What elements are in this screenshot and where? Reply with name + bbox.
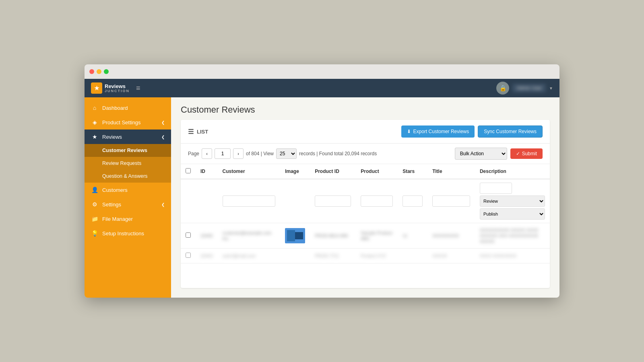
row-product-id: PROD-8814-999 <box>310 223 356 249</box>
sidebar-item-customers[interactable]: 👤 Customers <box>85 183 171 197</box>
sidebar-item-file-manager[interactable]: 📁 File Manager <box>85 212 171 226</box>
export-button[interactable]: ⬇ Export Customer Reviews <box>401 125 475 138</box>
description-filter-input[interactable] <box>480 183 512 194</box>
star-icon: ★ <box>94 85 99 91</box>
pagination-left: Page ‹ › of 804 | View 25 50 100 <box>188 148 377 159</box>
close-button[interactable] <box>89 69 94 74</box>
row2-title: XXXXX <box>427 249 475 263</box>
sidebar-label-setup: Setup Instructions <box>102 230 144 237</box>
select-all-checkbox[interactable] <box>186 168 191 173</box>
sidebar-item-product-settings[interactable]: ◈ Product Settings ❮ <box>85 115 171 130</box>
nav-right: 🔒 Admin User ▼ <box>496 82 553 95</box>
titlebar <box>85 64 559 79</box>
row-title: XXXXXXXXX <box>427 223 475 249</box>
app-body: ★ Reviews junction ≡ 🔒 Admin User ▼ <box>85 79 559 298</box>
col-checkbox <box>181 164 196 179</box>
customer-filter-input[interactable] <box>223 195 276 207</box>
logo-text-sub: junction <box>105 89 130 93</box>
content-area: Customer Reviews ☰ LIST ⬇ Export <box>171 97 559 298</box>
export-label: Export Customer Reviews <box>413 129 469 134</box>
filter-title-cell <box>427 179 475 223</box>
stars-filter-input[interactable] <box>402 195 423 207</box>
page-title: Customer Reviews <box>171 97 559 120</box>
customer-reviews-label: Customer Reviews <box>102 148 147 153</box>
row-customer: customer@example.com Inc. <box>218 223 281 249</box>
sidebar-label-dashboard: Dashboard <box>102 105 128 111</box>
product-settings-icon: ◈ <box>91 119 98 125</box>
section-label: LIST <box>197 129 208 135</box>
sidebar: ⌂ Dashboard ◈ Product Settings ❮ ★ Revie… <box>85 97 171 298</box>
chevron-right-settings-icon: ❮ <box>161 202 165 207</box>
sidebar-sub-customer-reviews[interactable]: Customer Reviews <box>85 144 171 157</box>
filter-checkbox-cell <box>181 179 196 223</box>
toolbar-left: ☰ LIST <box>188 128 208 136</box>
svg-rect-1 <box>287 230 295 241</box>
main-layout: ⌂ Dashboard ◈ Product Settings ❮ ★ Revie… <box>85 97 559 298</box>
checkmark-icon: ✓ <box>516 151 520 156</box>
user-dropdown-arrow[interactable]: ▼ <box>549 86 553 90</box>
pagination-right: Bulk Action Delete Publish Unpublish ✓ S… <box>455 148 543 160</box>
toolbar-right: ⬇ Export Customer Reviews Sync Customer … <box>401 125 543 138</box>
row2-description: XXXX XXXXXXXX <box>475 249 550 263</box>
table-row: 10443 user2@mail.com PROD-7721 Product X… <box>181 249 550 263</box>
logo-icon: ★ <box>91 82 102 94</box>
product-id-filter-input[interactable] <box>315 195 351 207</box>
minimize-button[interactable] <box>97 69 101 74</box>
row2-customer: user2@mail.com <box>218 249 281 263</box>
title-filter-input[interactable] <box>432 195 470 207</box>
next-page-button[interactable]: › <box>233 148 244 159</box>
sidebar-label-product-settings: Product Settings <box>102 119 140 125</box>
sidebar-label-settings: Settings <box>102 202 121 208</box>
pagination-bar: Page ‹ › of 804 | View 25 50 100 <box>181 144 550 164</box>
sidebar-item-settings[interactable]: ⚙ Settings ❮ <box>85 197 171 212</box>
content-panel: ☰ LIST ⬇ Export Customer Reviews Sync Cu… <box>181 120 550 288</box>
col-description: Description <box>475 164 550 179</box>
col-stars: Stars <box>398 164 427 179</box>
row-product: Sample Product ABC <box>356 223 398 249</box>
review-requests-label: Review Requests <box>102 160 141 166</box>
page-number-input[interactable] <box>215 148 231 159</box>
hamburger-button[interactable]: ≡ <box>136 84 140 93</box>
submit-label: Submit <box>522 151 537 156</box>
user-avatar: 🔒 <box>496 82 509 95</box>
publish-filter-select[interactable]: Publish All <box>480 208 545 220</box>
row2-image <box>280 249 310 263</box>
list-icon: ☰ <box>188 128 194 136</box>
sidebar-item-reviews[interactable]: ★ Reviews ❮ <box>85 130 171 144</box>
app-window: ★ Reviews junction ≡ 🔒 Admin User ▼ <box>85 64 559 298</box>
filter-customer-cell <box>218 179 281 223</box>
sidebar-label-reviews: Reviews <box>102 134 122 140</box>
product-filter-input[interactable] <box>361 195 393 207</box>
row-checkbox[interactable] <box>186 232 191 238</box>
filter-product-cell <box>356 179 398 223</box>
row2-stars <box>398 249 427 263</box>
review-type-filter-select[interactable]: Review All <box>480 195 545 207</box>
table-header-row: ID Customer Image Product ID Product Sta… <box>181 164 550 179</box>
row-description: XXXXXXXXXX XXXXX XXXX XXXXXX XXX XXXXXXX… <box>475 223 550 249</box>
sidebar-item-dashboard[interactable]: ⌂ Dashboard <box>85 101 171 115</box>
table-row: 10445 customer@example.com Inc. <box>181 223 550 249</box>
row2-checkbox[interactable] <box>186 253 191 258</box>
chevron-right-icon: ❮ <box>161 120 165 125</box>
row-id: 10445 <box>196 223 218 249</box>
maximize-button[interactable] <box>104 69 109 74</box>
filter-id-cell <box>196 179 218 223</box>
row2-checkbox-cell <box>181 249 196 263</box>
prev-page-button[interactable]: ‹ <box>202 148 212 159</box>
sidebar-sub-review-requests[interactable]: Review Requests <box>85 157 171 170</box>
submit-button[interactable]: ✓ Submit <box>510 148 543 159</box>
col-id: ID <box>196 164 218 179</box>
filter-description-cell: Review All Publish All <box>475 179 550 223</box>
view-per-page-select[interactable]: 25 50 100 <box>276 148 297 159</box>
sync-button[interactable]: Sync Customer Reviews <box>478 125 543 138</box>
filter-product-id-cell <box>310 179 356 223</box>
sidebar-sub-qa[interactable]: Question & Answers <box>85 170 171 183</box>
bulk-action-select[interactable]: Bulk Action Delete Publish Unpublish <box>455 148 507 160</box>
traffic-lights <box>89 69 109 74</box>
sync-label: Sync Customer Reviews <box>484 129 537 134</box>
sidebar-item-setup-instructions[interactable]: 💡 Setup Instructions <box>85 226 171 241</box>
settings-icon: ⚙ <box>91 201 98 208</box>
filter-row: Review All Publish All <box>181 179 550 223</box>
filter-stars-cell <box>398 179 427 223</box>
reviews-table-wrap: ID Customer Image Product ID Product Sta… <box>181 164 550 263</box>
